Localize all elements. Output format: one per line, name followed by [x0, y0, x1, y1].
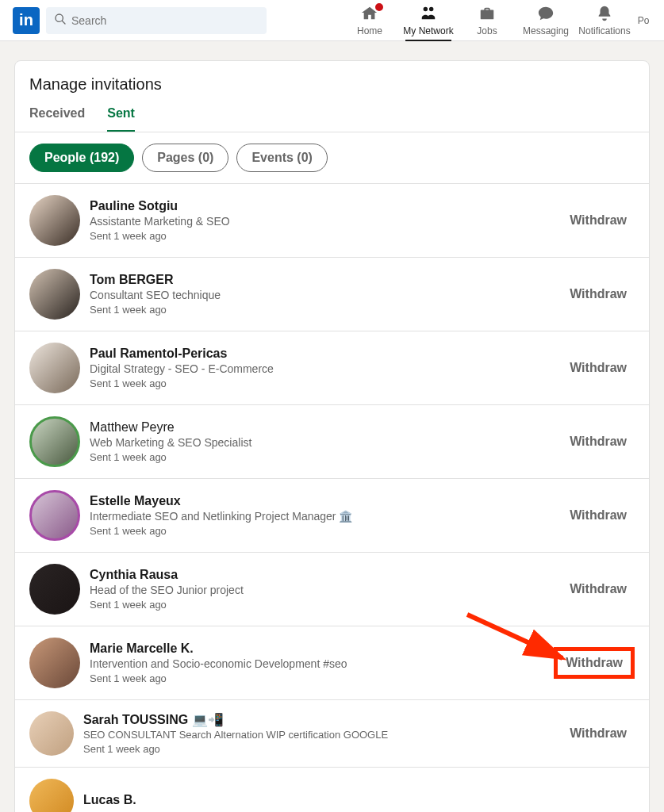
avatar[interactable] [29, 490, 80, 541]
nav-jobs-label: Jobs [477, 25, 497, 36]
nav-overflow[interactable]: Po [635, 0, 651, 41]
page-title: Manage invitations [29, 75, 635, 94]
invite-row: Lucas B. [15, 767, 649, 812]
invite-headline: Head of the SEO Junior project [90, 584, 562, 596]
home-icon [361, 5, 378, 25]
invite-time: Sent 1 week ago [83, 743, 562, 755]
invite-headline: Digital Strategy - SEO - E-Commerce [90, 362, 562, 375]
jobs-icon [478, 5, 496, 25]
avatar[interactable] [29, 269, 80, 320]
nav-overflow-label: Po [638, 15, 650, 26]
search-input[interactable] [71, 14, 259, 27]
withdraw-button[interactable]: Withdraw [562, 282, 635, 306]
pill-events[interactable]: Events (0) [236, 144, 327, 172]
invite-info: Pauline Sotgiu Assistante Marketing & SE… [90, 199, 562, 242]
network-icon [420, 5, 437, 25]
invite-name[interactable]: Cynthia Rausa [90, 568, 562, 582]
invite-headline: Intervention and Socio-economic Developm… [90, 657, 554, 670]
messaging-icon [537, 5, 555, 25]
nav-messaging-label: Messaging [523, 25, 569, 36]
invite-info: Marie Marcelle K. Intervention and Socio… [90, 642, 554, 684]
invite-row: Matthew Peyre Web Marketing & SEO Specia… [15, 404, 649, 478]
invite-row: Pauline Sotgiu Assistante Marketing & SE… [15, 183, 649, 257]
pill-pages[interactable]: Pages (0) [142, 144, 228, 172]
tabs: Received Sent [15, 106, 649, 132]
invite-name[interactable]: Estelle Mayeux [90, 494, 562, 508]
avatar[interactable] [29, 779, 74, 812]
nav-jobs[interactable]: Jobs [459, 0, 515, 41]
bell-icon [596, 5, 613, 25]
invite-info: Matthew Peyre Web Marketing & SEO Specia… [90, 420, 562, 463]
pill-people[interactable]: People (192) [29, 144, 134, 172]
invite-name[interactable]: Matthew Peyre [90, 420, 562, 435]
nav-home[interactable]: Home [342, 0, 397, 41]
avatar[interactable] [29, 416, 80, 467]
avatar[interactable] [29, 564, 80, 615]
avatar[interactable] [29, 343, 80, 393]
card-header: Manage invitations Received Sent [15, 61, 649, 132]
withdraw-button[interactable]: Withdraw [562, 209, 635, 232]
withdraw-button[interactable]: Withdraw [562, 722, 635, 745]
invite-headline: Web Marketing & SEO Specialist [90, 436, 562, 449]
invite-name[interactable]: Tom BERGER [90, 273, 562, 287]
invite-time: Sent 1 week ago [90, 304, 562, 316]
top-nav-bar: in Home My Network Jobs [0, 0, 664, 41]
invite-row: Paul Ramentol-Pericas Digital Strategy -… [15, 331, 649, 404]
invite-time: Sent 1 week ago [90, 377, 562, 389]
invite-info: Estelle Mayeux Intermediate SEO and Netl… [90, 494, 562, 537]
filter-pills: People (192) Pages (0) Events (0) [15, 132, 649, 183]
nav-home-label: Home [357, 25, 382, 36]
invite-row: Sarah TOUSSING 💻📲 SEO CONSULTANT Search … [15, 699, 649, 767]
nav-notifications-label: Notifications [578, 25, 630, 36]
linkedin-logo[interactable]: in [13, 7, 40, 34]
invite-row: Cynthia Rausa Head of the SEO Junior pro… [15, 552, 649, 626]
invite-info: Paul Ramentol-Pericas Digital Strategy -… [90, 347, 562, 389]
nav-items: Home My Network Jobs Messaging Notificat… [342, 0, 651, 41]
avatar[interactable] [29, 711, 74, 756]
invite-name[interactable]: Lucas B. [83, 793, 635, 807]
invite-info: Lucas B. [83, 793, 635, 809]
avatar[interactable] [29, 638, 80, 688]
notification-badge [374, 2, 385, 13]
nav-network[interactable]: My Network [401, 0, 456, 41]
withdraw-button[interactable]: Withdraw [562, 430, 635, 454]
invite-time: Sent 1 week ago [90, 672, 554, 684]
invite-headline: Assistante Marketing & SEO [90, 215, 562, 228]
invite-row: Marie Marcelle K. Intervention and Socio… [15, 626, 649, 699]
invite-headline: Consultant SEO technique [90, 289, 562, 301]
invite-row: Tom BERGER Consultant SEO technique Sent… [15, 257, 649, 331]
invite-name[interactable]: Marie Marcelle K. [90, 642, 554, 656]
invite-time: Sent 1 week ago [90, 230, 562, 242]
invite-time: Sent 1 week ago [90, 451, 562, 463]
tab-received[interactable]: Received [29, 106, 85, 132]
nav-network-label: My Network [403, 25, 453, 36]
invite-name[interactable]: Paul Ramentol-Pericas [90, 347, 562, 361]
invite-info: Cynthia Rausa Head of the SEO Junior pro… [90, 568, 562, 611]
invite-headline: Intermediate SEO and Netlinking Project … [90, 510, 562, 523]
invite-time: Sent 1 week ago [90, 525, 562, 537]
nav-messaging[interactable]: Messaging [518, 0, 574, 41]
withdraw-button[interactable]: Withdraw [554, 647, 635, 679]
invite-headline: SEO CONSULTANT Search Alternation WIP ce… [83, 729, 562, 741]
invite-info: Sarah TOUSSING 💻📲 SEO CONSULTANT Search … [83, 712, 562, 755]
withdraw-button[interactable]: Withdraw [562, 577, 635, 601]
invitations-card: Manage invitations Received Sent People … [14, 60, 650, 812]
invite-time: Sent 1 week ago [90, 599, 562, 611]
invite-info: Tom BERGER Consultant SEO technique Sent… [90, 273, 562, 316]
search-icon [54, 13, 67, 29]
invite-name[interactable]: Sarah TOUSSING 💻📲 [83, 712, 562, 727]
withdraw-button[interactable]: Withdraw [562, 504, 635, 527]
avatar[interactable] [29, 195, 80, 246]
invite-name[interactable]: Pauline Sotgiu [90, 199, 562, 213]
withdraw-button[interactable]: Withdraw [562, 356, 635, 380]
invite-row: Estelle Mayeux Intermediate SEO and Netl… [15, 478, 649, 552]
nav-notifications[interactable]: Notifications [577, 0, 632, 41]
tab-sent[interactable]: Sent [107, 106, 135, 132]
search-box[interactable] [46, 7, 267, 34]
